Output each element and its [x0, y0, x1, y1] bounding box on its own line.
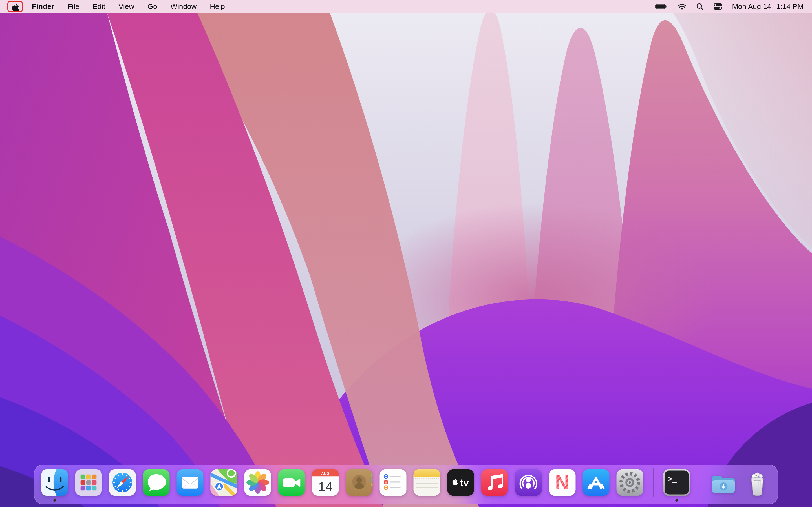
svg-text:AUG: AUG	[321, 471, 329, 476]
dock-item-safari[interactable]	[108, 468, 137, 497]
menu-item-window[interactable]: Window	[170, 2, 197, 11]
desktop: FinderFileEditViewGoWindowHelp	[0, 0, 812, 507]
system-preferences-icon	[616, 468, 644, 497]
dock-item-terminal[interactable]: >_	[663, 468, 691, 497]
dock-item-appletv[interactable]: tv	[447, 468, 475, 497]
control-center-icon[interactable]	[713, 3, 722, 10]
svg-text:>_: >_	[668, 474, 677, 483]
running-indicator-dot	[675, 499, 678, 502]
menu-item-help[interactable]: Help	[210, 2, 225, 11]
terminal-icon: >_	[663, 468, 691, 497]
wallpaper-monterey	[0, 0, 812, 507]
dock-item-calendar[interactable]: AUG 14	[311, 468, 340, 497]
menu-bar: FinderFileEditViewGoWindowHelp	[0, 0, 812, 13]
dock-item-music[interactable]	[480, 468, 509, 497]
contacts-icon	[345, 468, 373, 497]
dock-item-launchpad[interactable]	[74, 468, 103, 497]
menu-item-edit[interactable]: Edit	[93, 2, 105, 11]
podcasts-icon	[514, 468, 543, 497]
reminders-icon	[379, 468, 407, 497]
wifi-icon[interactable]	[677, 3, 687, 10]
dock-item-podcasts[interactable]	[514, 468, 543, 497]
app-menus: FinderFileEditViewGoWindowHelp	[32, 2, 225, 11]
svg-text:14: 14	[318, 480, 333, 494]
dock-item-appstore[interactable]	[582, 468, 610, 497]
dock: AUG 14	[34, 465, 778, 504]
dock-item-news[interactable]: N	[548, 468, 576, 497]
launchpad-icon	[74, 468, 103, 497]
spotlight-search-icon[interactable]	[696, 3, 704, 10]
apple-tv-icon: tv	[447, 468, 475, 497]
svg-text:tv: tv	[460, 477, 469, 488]
app-store-icon	[582, 468, 610, 497]
menu-bar-status: Mon Aug 141:14 PM	[655, 2, 812, 11]
dock-item-photos[interactable]	[244, 468, 272, 497]
downloads-folder-icon	[709, 468, 738, 497]
dock-item-mail[interactable]	[176, 468, 204, 497]
finder-icon	[41, 468, 69, 497]
menu-bar-clock[interactable]: Mon Aug 141:14 PM	[732, 2, 804, 11]
photos-icon	[244, 468, 272, 497]
mail-icon	[176, 468, 204, 497]
menu-item-go[interactable]: Go	[147, 2, 157, 11]
battery-icon[interactable]	[655, 3, 668, 10]
menu-item-finder[interactable]: Finder	[32, 2, 54, 11]
safari-icon	[108, 468, 137, 497]
dock-item-trash[interactable]	[743, 468, 771, 497]
facetime-icon	[277, 468, 306, 497]
calendar-icon: AUG 14	[311, 468, 340, 497]
dock-item-finder[interactable]	[41, 468, 69, 497]
music-icon	[480, 468, 509, 497]
menu-item-file[interactable]: File	[67, 2, 79, 11]
news-icon: N	[548, 468, 576, 497]
trash-icon	[743, 468, 771, 497]
running-indicator-dot	[54, 499, 56, 502]
maps-icon	[210, 468, 238, 497]
dock-separator	[700, 468, 700, 497]
dock-item-downloads[interactable]	[709, 468, 738, 497]
clock-time: 1:14 PM	[776, 2, 804, 11]
dock-item-maps[interactable]	[210, 468, 238, 497]
menu-item-view[interactable]: View	[118, 2, 134, 11]
dock-separator	[653, 468, 654, 497]
dock-item-notes[interactable]	[413, 468, 441, 497]
clock-date: Mon Aug 14	[732, 2, 771, 11]
notes-icon	[413, 468, 441, 497]
apple-logo-icon	[11, 1, 20, 11]
dock-item-systempreferences[interactable]	[616, 468, 644, 497]
dock-item-contacts[interactable]	[345, 468, 373, 497]
dock-item-reminders[interactable]	[379, 468, 407, 497]
apple-menu[interactable]	[8, 0, 23, 13]
messages-icon	[142, 468, 170, 497]
dock-item-messages[interactable]	[142, 468, 170, 497]
svg-text:N: N	[555, 471, 569, 494]
dock-item-facetime[interactable]	[277, 468, 306, 497]
